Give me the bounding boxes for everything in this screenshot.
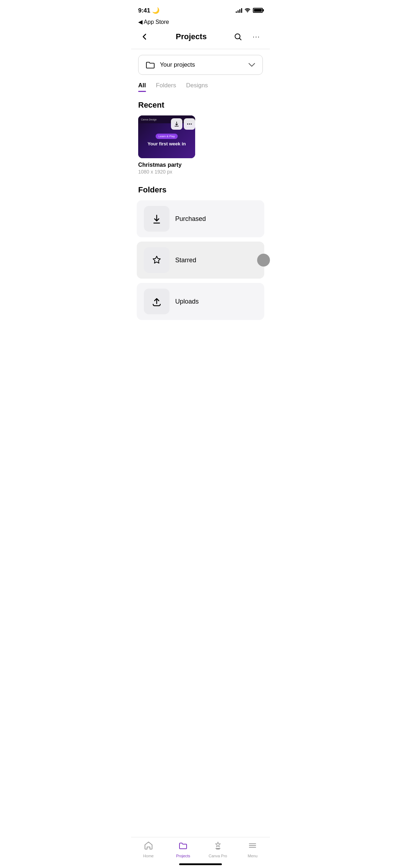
tab-designs[interactable]: Designs	[186, 82, 208, 92]
header-divider	[131, 49, 270, 49]
search-button[interactable]	[231, 30, 244, 43]
wifi-icon	[244, 7, 251, 14]
folders-section: Folders Purchased Starred	[131, 185, 270, 320]
tabs: All Folders Designs	[131, 82, 270, 92]
design-size: 1080 x 1920 px	[138, 169, 195, 175]
status-bar: 9:41 🌙	[131, 0, 270, 18]
more-button[interactable]: ···	[250, 30, 263, 43]
folder-item-starred[interactable]: Starred	[137, 242, 264, 279]
chevron-down-icon	[248, 61, 255, 69]
design-name: Christmas party	[138, 162, 195, 168]
starred-icon-box	[144, 247, 170, 273]
folder-item-uploads[interactable]: Uploads	[137, 283, 264, 320]
upload-icon	[151, 296, 162, 307]
project-selector-left: Your projects	[146, 61, 195, 69]
card-more-button[interactable]	[184, 118, 195, 130]
back-button[interactable]	[138, 30, 151, 43]
svg-point-2	[189, 124, 190, 125]
uploads-label: Uploads	[175, 298, 199, 305]
uploads-icon-box	[144, 289, 170, 314]
download-icon	[151, 213, 162, 224]
page-title: Projects	[176, 32, 207, 41]
status-time: 9:41 🌙	[138, 7, 160, 14]
svg-point-3	[191, 124, 192, 125]
recent-section-title: Recent	[131, 100, 270, 110]
starred-label: Starred	[175, 257, 196, 264]
folders-section-title: Folders	[131, 185, 270, 195]
purchased-icon-box	[144, 206, 170, 232]
app-store-back-label[interactable]: ◀ App Store	[138, 19, 263, 25]
battery-icon	[253, 8, 263, 13]
nav-header: Projects ···	[131, 27, 270, 49]
tab-all[interactable]: All	[138, 82, 146, 92]
design-badge: Learn & Play	[156, 134, 178, 139]
star-icon	[151, 254, 162, 266]
download-button[interactable]	[171, 118, 182, 130]
design-card-actions	[171, 118, 195, 130]
thumbnail-bar-text: Canva Design	[141, 118, 157, 121]
nav-actions: ···	[231, 30, 263, 43]
tab-folders[interactable]: Folders	[156, 82, 176, 92]
uploads-inner: Uploads	[137, 283, 264, 320]
back-nav[interactable]: ◀ App Store	[131, 18, 270, 27]
recent-section: Recent Canva Design Learn & Play Your fi…	[131, 100, 270, 175]
design-card: Canva Design Learn & Play Your first wee…	[138, 115, 195, 175]
project-selector[interactable]: Your projects	[138, 55, 263, 75]
svg-point-1	[187, 124, 188, 125]
starred-row-container: Starred	[131, 242, 270, 279]
purchased-label: Purchased	[175, 215, 206, 223]
design-thumbnail-text: Your first week in	[147, 141, 186, 147]
project-selector-label: Your projects	[160, 61, 195, 68]
folder-item-purchased[interactable]: Purchased	[137, 200, 264, 237]
status-icons	[236, 7, 263, 14]
scroll-indicator	[257, 254, 270, 267]
signal-icon	[236, 8, 242, 13]
folder-outline-icon	[146, 61, 155, 69]
